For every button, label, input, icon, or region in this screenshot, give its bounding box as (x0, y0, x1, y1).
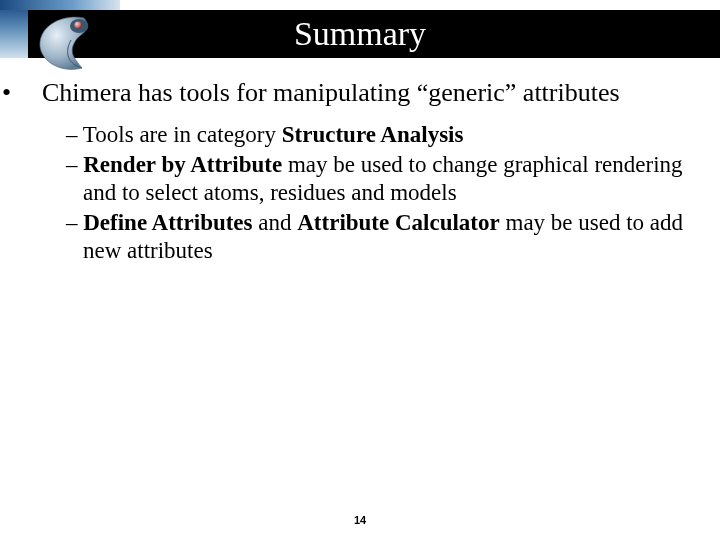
content-area: •Chimera has tools for manipulating “gen… (22, 78, 708, 267)
slide-title: Summary (0, 10, 720, 58)
page-number: 14 (0, 514, 720, 526)
sub-text-bold2: Attribute Calculator (297, 210, 500, 235)
sub-text-bold1: Structure Analysis (282, 122, 464, 147)
bullet-text: Chimera has tools for manipulating “gene… (42, 78, 620, 107)
sub-text-bold1: Define Attributes (83, 210, 252, 235)
sub-text-bold1: Render by Attribute (83, 152, 282, 177)
sub-bullet-list: – Tools are in category Structure Analys… (66, 121, 708, 265)
sub-text-mid: and (253, 210, 298, 235)
dash-marker: – (66, 122, 83, 147)
title-bar: Summary (0, 10, 720, 58)
sub-bullet: – Tools are in category Structure Analys… (66, 121, 708, 149)
bullet-marker: • (22, 78, 42, 109)
sub-bullet: – Render by Attribute may be used to cha… (66, 151, 708, 207)
header-gradient-left (0, 10, 28, 58)
bullet-level1: •Chimera has tools for manipulating “gen… (22, 78, 708, 109)
sub-bullet: – Define Attributes and Attribute Calcul… (66, 209, 708, 265)
dash-marker: – (66, 210, 83, 235)
sub-text-pre: Tools are in category (83, 122, 282, 147)
dash-marker: – (66, 152, 83, 177)
header-gradient-top (0, 0, 120, 10)
